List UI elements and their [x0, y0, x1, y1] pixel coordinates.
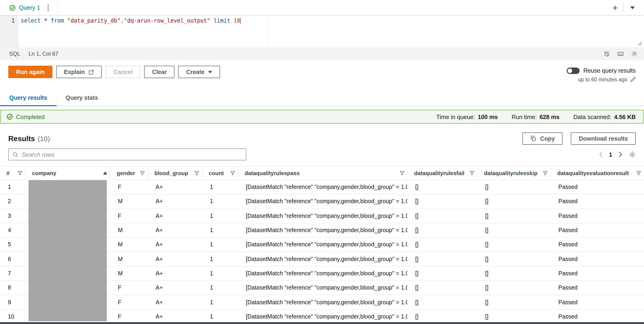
cell-dataqualityrulesfail: [] [408, 237, 477, 252]
column-header-blood_group[interactable]: blood_group [148, 166, 202, 180]
reuse-results-toggle[interactable] [567, 67, 580, 74]
chevron-down-icon [208, 71, 212, 73]
results-header: Results (10) Copy Download results [8, 132, 636, 145]
tab-menu-icon[interactable]: ⋮ [44, 4, 53, 11]
cell-dataqualityrulesskip: [] [477, 309, 550, 324]
edit-pencil-icon[interactable] [630, 77, 636, 82]
cell-row-number: 3 [0, 209, 25, 223]
cell-count: 1 [202, 281, 238, 295]
column-header-dataqualityrulespass[interactable]: dataqualityrulespass [238, 166, 408, 180]
line-number: 1 [12, 17, 15, 24]
cell-count: 1 [202, 194, 238, 209]
column-label: company [32, 170, 56, 176]
create-dropdown-button[interactable]: Create [178, 66, 220, 78]
sql-number: 10 [230, 17, 240, 24]
explain-label: Explain [64, 68, 85, 75]
column-header-count[interactable]: count [202, 166, 238, 180]
cell-gender: M [110, 223, 148, 238]
status-text: Completed [16, 113, 45, 120]
cell-blood_group: A+ [148, 194, 202, 209]
cell-dataqualityrulesfail: [] [408, 180, 477, 194]
column-header-dataqualityevaluationresult[interactable]: dataqualityevaluationresult [550, 166, 644, 180]
column-label: dataqualityrulesfail [414, 170, 464, 176]
filter-icon[interactable] [469, 170, 474, 175]
tab-bar-divider [623, 3, 623, 12]
new-query-tab-button[interactable]: + [612, 3, 618, 12]
reuse-results-row: Reuse query results [567, 67, 636, 74]
sql-keyword: from [51, 17, 64, 24]
search-rows-input[interactable] [22, 151, 242, 158]
sql-keyword: select [21, 17, 41, 24]
cell-dataqualityrulespass: [DatasetMatch "reference" "company,gende… [238, 180, 408, 194]
column-label: dataqualityrulespass [245, 170, 300, 176]
download-results-button[interactable]: Download results [571, 132, 636, 145]
explain-button[interactable]: Explain [56, 66, 102, 78]
cell-dataqualityevaluationresult: Passed [550, 295, 644, 310]
cancel-button[interactable]: Cancel [106, 66, 141, 78]
filter-icon[interactable] [140, 170, 145, 175]
cell-dataqualityrulespass: [DatasetMatch "reference" "company,gende… [238, 209, 408, 223]
filter-icon[interactable] [230, 170, 235, 175]
next-page-icon[interactable] [619, 152, 622, 157]
cell-count: 1 [202, 237, 238, 252]
cell-dataqualityrulesfail: [] [408, 209, 477, 223]
filter-icon[interactable] [194, 170, 199, 175]
sort-ascending-icon[interactable] [103, 171, 107, 175]
column-header-dataqualityrulesskip[interactable]: dataqualityrulesskip [477, 166, 550, 180]
editor-status-icons [604, 51, 638, 57]
column-header-company[interactable]: company [25, 166, 110, 180]
cell-gender: F [110, 281, 148, 295]
filter-icon[interactable] [399, 170, 404, 175]
tab-query-stats[interactable]: Query stats [56, 91, 107, 106]
cell-blood_group: A+ [148, 209, 202, 223]
cell-count: 1 [202, 180, 238, 194]
editor-resize-handle[interactable] [638, 41, 642, 46]
query-metrics: Time in queue:100 ms Run time:628 ms Dat… [436, 113, 636, 120]
cell-gender: F [110, 295, 148, 310]
tab-query-1[interactable]: Query 1 ⋮ [0, 0, 58, 15]
sql-keyword: limit [214, 17, 230, 24]
cell-dataqualityrulesfail: [] [408, 252, 477, 266]
keyboard-shortcuts-icon[interactable] [617, 51, 624, 57]
cell-dataqualityevaluationresult: Passed [550, 309, 644, 324]
cell-row-number: 1 [0, 180, 25, 194]
cell-dataqualityrulespass: [DatasetMatch "reference" "company,gende… [238, 309, 408, 324]
cell-dataqualityrulespass: [DatasetMatch "reference" "company,gende… [238, 295, 408, 310]
editor-settings-gear-icon[interactable] [631, 51, 638, 57]
filter-icon[interactable] [17, 170, 22, 175]
cell-gender: F [110, 209, 148, 223]
copy-label: Copy [540, 135, 555, 142]
wrap-text-icon[interactable] [604, 51, 610, 57]
column-header-dataqualityrulesfail[interactable]: dataqualityrulesfail [408, 166, 477, 180]
cell-gender: F [110, 309, 148, 324]
column-label: gender [117, 170, 135, 176]
horizontal-scrollbar[interactable] [0, 322, 644, 324]
cell-count: 1 [202, 295, 238, 310]
cell-row-number: 6 [0, 252, 25, 266]
previous-page-icon[interactable] [599, 152, 602, 157]
search-box[interactable] [8, 149, 246, 161]
metric-run-time: Run time:628 ms [512, 113, 560, 120]
filter-icon[interactable] [542, 170, 548, 175]
page-number[interactable]: 1 [609, 151, 612, 158]
tab-query-results[interactable]: Query results [0, 91, 56, 106]
column-header-row-number[interactable]: # [0, 166, 25, 180]
clear-button[interactable]: Clear [144, 66, 175, 78]
cell-dataqualityrulespass: [DatasetMatch "reference" "company,gende… [238, 223, 408, 238]
table-preferences-gear-icon[interactable] [629, 151, 636, 158]
cell-gender: M [110, 237, 148, 252]
editor-code-area[interactable]: select * from "data_parity_db"."dq-arun-… [18, 16, 644, 47]
sql-editor[interactable]: 1 select * from "data_parity_db"."dq-aru… [0, 16, 644, 47]
cell-dataqualityrulespass: [DatasetMatch "reference" "company,gende… [238, 194, 408, 209]
reuse-results-subtext: up to 60 minutes ago [578, 77, 628, 82]
run-again-button[interactable]: Run again [8, 66, 52, 78]
text-cursor [240, 18, 241, 24]
cell-count: 1 [202, 309, 238, 324]
editor-tab-bar: Query 1 ⋮ + [0, 0, 644, 16]
filter-icon[interactable] [636, 170, 641, 175]
cell-gender: M [110, 194, 148, 209]
copy-button[interactable]: Copy [523, 132, 563, 145]
cell-dataqualityevaluationresult: Passed [550, 194, 644, 209]
column-header-gender[interactable]: gender [110, 166, 148, 180]
tab-list-dropdown-icon[interactable] [628, 4, 637, 11]
